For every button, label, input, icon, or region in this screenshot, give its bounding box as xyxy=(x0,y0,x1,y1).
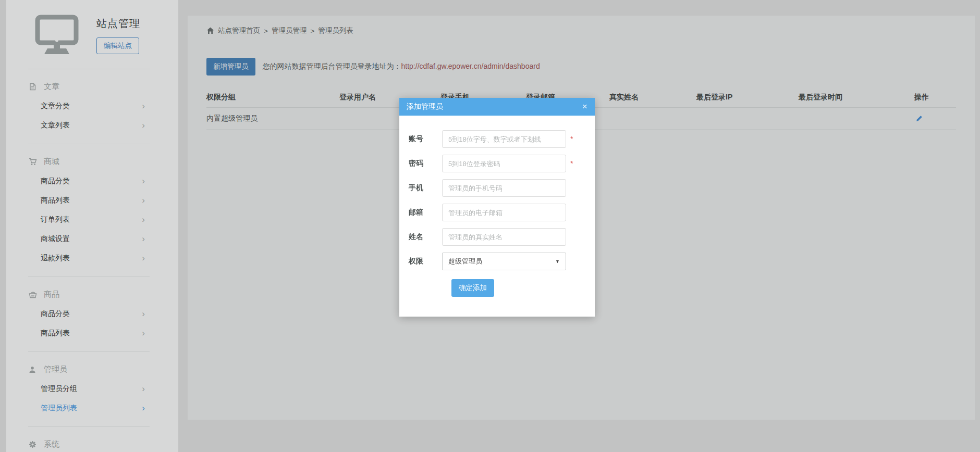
account-label: 账号 xyxy=(409,134,442,144)
password-label: 密码 xyxy=(409,159,442,168)
add-admin-modal: 添加管理员 × 账号 * 密码 * 手机 邮箱 姓名 权限 超 xyxy=(399,98,595,317)
email-field[interactable] xyxy=(442,204,566,221)
form-row-name: 姓名 xyxy=(409,228,595,246)
name-label: 姓名 xyxy=(409,232,442,242)
required-marker: * xyxy=(570,135,573,143)
modal-body: 账号 * 密码 * 手机 邮箱 姓名 权限 超级管理员 ▼ xyxy=(399,116,595,317)
email-label: 邮箱 xyxy=(409,208,442,217)
form-row-mobile: 手机 xyxy=(409,179,595,197)
password-field[interactable] xyxy=(442,155,566,172)
close-icon[interactable]: × xyxy=(582,102,587,112)
form-row-permission: 权限 超级管理员 ▼ xyxy=(409,253,595,270)
select-arrow-icon: ▼ xyxy=(555,259,560,264)
required-marker: * xyxy=(570,159,573,168)
name-field[interactable] xyxy=(442,228,566,246)
permission-select-value: 超级管理员 xyxy=(448,257,482,266)
account-field[interactable] xyxy=(442,130,566,148)
form-row-email: 邮箱 xyxy=(409,204,595,221)
form-row-password: 密码 * xyxy=(409,155,595,172)
permission-select[interactable]: 超级管理员 ▼ xyxy=(442,253,566,270)
modal-header: 添加管理员 × xyxy=(399,98,595,116)
confirm-add-button[interactable]: 确定添加 xyxy=(451,279,494,297)
permission-label: 权限 xyxy=(409,257,442,266)
modal-title: 添加管理员 xyxy=(407,102,443,111)
mobile-field[interactable] xyxy=(442,179,566,197)
form-row-account: 账号 * xyxy=(409,130,595,148)
mobile-label: 手机 xyxy=(409,183,442,193)
